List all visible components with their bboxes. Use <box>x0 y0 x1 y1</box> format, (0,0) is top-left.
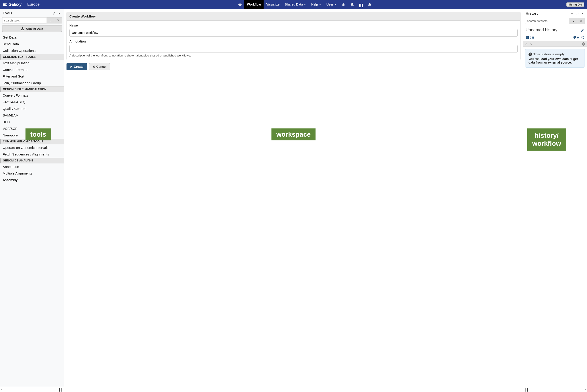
primary-nav: Workflow Visualize Shared Data▼ Help▼ Us… <box>236 0 374 9</box>
brand-text: Galaxy <box>9 2 22 7</box>
tool-link[interactable]: Send Data <box>0 41 64 48</box>
chevrons-icon: ⌄ <box>572 19 574 22</box>
home-icon <box>238 2 242 6</box>
check-icon: ✔ <box>70 65 73 68</box>
history-toolbar: ☑ ⤡ <box>523 41 587 47</box>
history-empty-message: This history is empty. You can load your… <box>525 49 585 68</box>
tool-link[interactable]: VCF/BCF <box>0 125 64 132</box>
caret-down-icon: ▼ <box>334 3 337 6</box>
brand-subtitle: Europe <box>24 0 43 9</box>
nav-apps[interactable] <box>357 0 365 9</box>
cancel-button[interactable]: ✖ Cancel <box>89 63 110 70</box>
close-icon: ✕ <box>580 19 582 22</box>
brand[interactable]: Galaxy <box>0 0 24 9</box>
nav-workflow[interactable]: Workflow <box>244 0 263 9</box>
annotation-history: history/ workflow <box>527 128 566 150</box>
tool-link[interactable]: Convert Formats <box>0 92 64 99</box>
close-icon: ✖ <box>92 65 95 68</box>
tool-list: Get DataSend DataCollection OperationsGE… <box>0 34 64 392</box>
history-meta: 0 B 0 <box>523 34 587 41</box>
history-size: 0 B <box>526 36 534 39</box>
map-pin-icon <box>573 36 576 39</box>
tool-search-clear[interactable]: ✕ <box>54 17 62 24</box>
create-workflow-card: Create Workflow Name Annotation A descri… <box>67 12 520 60</box>
annotation-help: A description of the workflow; annotatio… <box>69 54 518 57</box>
gear-icon <box>582 42 585 46</box>
nav-learn[interactable] <box>339 0 348 9</box>
workspace-panel: Create Workflow Name Annotation A descri… <box>64 9 523 392</box>
annotation-workspace: workspace <box>271 128 316 140</box>
card-title: Create Workflow <box>67 12 520 20</box>
select-all-button[interactable]: ☑ <box>525 42 527 46</box>
history-refresh-button[interactable] <box>581 36 584 39</box>
panel-views-dropdown[interactable]: ▾ <box>57 11 61 16</box>
history-options-dropdown[interactable]: ▾ <box>580 11 584 16</box>
tool-link[interactable]: Annotation <box>0 164 64 170</box>
create-history-button[interactable]: ＋ <box>569 11 575 16</box>
history-title: History <box>526 11 539 16</box>
collapse-left-button[interactable]: ‹ <box>1 387 3 392</box>
tool-link[interactable]: Fetch Sequences / Alignments <box>0 151 64 158</box>
tools-panel: Tools ☆ ▾ ⌄ ✕ Upload Data Get DataSend D… <box>0 9 64 392</box>
tool-link[interactable]: Collection Operations <box>0 48 64 54</box>
history-settings-button[interactable] <box>582 42 585 46</box>
current-history-name: Unnamed history <box>526 28 557 32</box>
favorite-icon[interactable]: ☆ <box>52 11 57 16</box>
left-collapse-footer: ‹ || <box>0 387 64 392</box>
tool-link[interactable]: Operate on Genomic Intervals <box>0 144 64 151</box>
right-collapse-footer: || › <box>523 387 587 392</box>
nav-alerts[interactable] <box>365 0 374 9</box>
tools-title: Tools <box>3 11 13 16</box>
workflow-annotation-input[interactable] <box>69 45 518 52</box>
nav-user[interactable]: User▼ <box>324 0 339 9</box>
tool-section-header: GENERAL TEXT TOOLS <box>0 54 64 60</box>
tool-link[interactable]: Filter and Sort <box>0 73 64 80</box>
usage-badge[interactable]: Using 0% <box>566 2 584 7</box>
history-search-clear[interactable]: ✕ <box>577 18 585 24</box>
graduation-cap-icon <box>342 2 345 6</box>
caret-down-icon: ▼ <box>319 3 321 6</box>
tool-link[interactable]: FASTA/FASTQ <box>0 99 64 106</box>
tool-link[interactable]: Get Data <box>0 34 64 41</box>
tool-link[interactable]: Join, Subtract and Group <box>0 80 64 86</box>
upload-button[interactable]: Upload Data <box>2 25 62 32</box>
tool-link[interactable]: Convert Formats <box>0 66 64 73</box>
upload-icon <box>21 27 24 30</box>
tool-search-input[interactable] <box>2 17 47 24</box>
switch-history-button[interactable]: ⇄ <box>575 11 580 16</box>
tool-search-toggle[interactable]: ⌄ <box>47 17 54 24</box>
tool-link[interactable]: BED <box>0 119 64 125</box>
history-search-input[interactable] <box>525 18 570 24</box>
collapse-all-button[interactable]: ⤡ <box>530 42 532 46</box>
nav-notifications[interactable] <box>348 0 357 9</box>
workflow-name-input[interactable] <box>69 29 518 36</box>
tool-link[interactable]: Multiple Alignments <box>0 170 64 177</box>
tool-link[interactable]: Text Manipulation <box>0 60 64 66</box>
history-search-toggle[interactable]: ⌄ <box>570 18 577 24</box>
edit-history-button[interactable] <box>581 28 584 32</box>
bell-icon <box>368 2 371 6</box>
drag-handle-icon[interactable]: || <box>524 387 528 392</box>
load-own-data-link[interactable]: load your own data <box>540 57 569 61</box>
database-icon <box>526 36 529 39</box>
nav-visualize[interactable]: Visualize <box>263 0 282 9</box>
galaxy-logo-icon <box>3 3 7 6</box>
tool-link[interactable]: Nanopore <box>0 132 64 139</box>
create-button[interactable]: ✔ Create <box>67 63 87 70</box>
drag-handle-icon[interactable]: || <box>59 387 63 392</box>
history-map-pin[interactable]: 0 <box>573 36 579 39</box>
nav-shared-data[interactable]: Shared Data▼ <box>282 0 309 9</box>
annotation-label: Annotation <box>69 40 518 43</box>
info-icon <box>528 52 532 56</box>
nav-home[interactable] <box>236 0 244 9</box>
caret-down-icon: ▼ <box>304 3 306 6</box>
tool-section-header: GENOMIC FILE MANIPULATION <box>0 86 64 92</box>
tool-section-header: GENOMICS ANALYSIS <box>0 158 64 164</box>
nav-help[interactable]: Help▼ <box>309 0 324 9</box>
tool-link[interactable]: Assembly <box>0 177 64 184</box>
tool-link[interactable]: SAM/BAM <box>0 112 64 119</box>
collapse-right-button[interactable]: › <box>584 387 586 392</box>
tool-section-header: COMMON GENOMICS TOOLS <box>0 139 64 144</box>
tool-link[interactable]: Quality Control <box>0 106 64 112</box>
name-label: Name <box>69 24 518 27</box>
